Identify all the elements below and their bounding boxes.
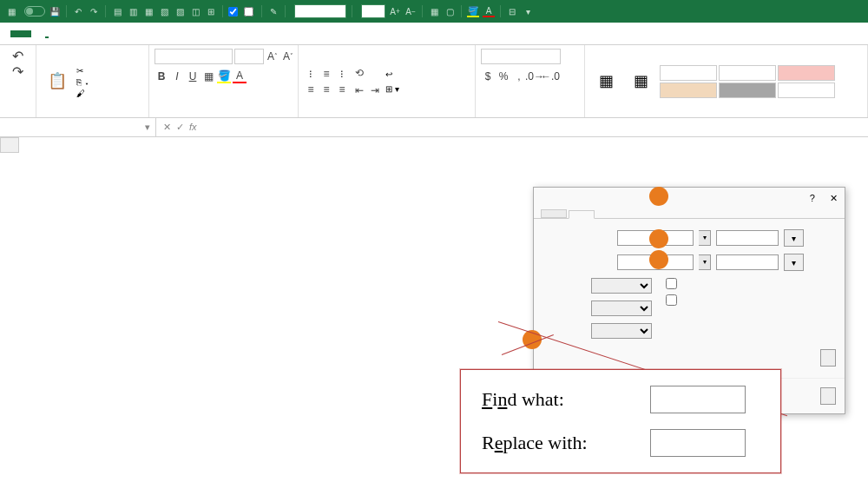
wrap-text-button[interactable]: ↩	[385, 69, 399, 79]
cell-styles-gallery[interactable]	[660, 65, 835, 98]
italic-icon[interactable]: I	[170, 69, 184, 83]
tab-formulas[interactable]	[115, 30, 118, 37]
increase-indent-icon[interactable]: ⇥	[368, 83, 382, 97]
cancel-icon[interactable]: ✕	[163, 122, 171, 133]
borders-icon[interactable]: ▦	[201, 69, 215, 83]
style-check-cell[interactable]	[719, 83, 776, 98]
percent-icon[interactable]: %	[496, 69, 510, 83]
qa-icon[interactable]: ▨	[174, 5, 186, 17]
formula-input[interactable]	[204, 118, 868, 136]
qa-icon[interactable]: ▤	[111, 5, 123, 17]
align-center-icon[interactable]: ≡	[319, 83, 333, 96]
match-case-checkbox[interactable]	[666, 278, 681, 289]
replace-format-button[interactable]: ▾	[784, 254, 804, 271]
options-button[interactable]	[820, 349, 836, 367]
tab-replace[interactable]	[569, 210, 595, 219]
increase-font-icon[interactable]: A+	[389, 5, 401, 17]
decrease-font-icon[interactable]: A−	[404, 5, 417, 17]
tab-professor-excel[interactable]	[201, 30, 205, 37]
formula-bar: ▾ ✕ ✓ fx	[0, 118, 868, 137]
font-color-icon[interactable]: A	[233, 69, 247, 83]
number-format-select[interactable]	[481, 49, 561, 64]
qa-icon[interactable]: ▥	[127, 5, 139, 17]
tab-review[interactable]	[149, 30, 153, 37]
tab-data[interactable]	[132, 30, 135, 37]
name-box[interactable]: ▾	[0, 118, 156, 136]
find-format-button[interactable]: ▾	[784, 229, 804, 247]
borders-icon[interactable]: ▢	[444, 5, 456, 17]
save-icon[interactable]: 💾	[49, 5, 61, 17]
spreadsheet-grid[interactable]	[0, 137, 868, 153]
redo-icon[interactable]: ↷	[88, 5, 100, 17]
conditional-formatting-button[interactable]: ▦	[590, 67, 621, 96]
font-name-input[interactable]	[294, 4, 346, 18]
enter-icon[interactable]: ✓	[176, 122, 184, 133]
bold-icon[interactable]: B	[155, 69, 168, 83]
tab-home[interactable]	[45, 30, 49, 38]
paste-button[interactable]: 📋	[42, 67, 73, 96]
style-explanatory[interactable]	[778, 83, 835, 98]
replace-history-dropdown[interactable]: ▾	[699, 254, 711, 270]
align-middle-icon[interactable]: ≡	[319, 67, 333, 81]
fill-color-icon[interactable]: 🪣	[217, 69, 231, 83]
merge-center-button[interactable]: ⊞ ▾	[385, 84, 399, 94]
align-left-icon[interactable]: ≡	[304, 83, 318, 96]
match-entire-checkbox[interactable]	[666, 294, 681, 306]
manual-checkbox[interactable]	[244, 7, 253, 17]
qa-icon[interactable]: ⊞	[205, 5, 217, 17]
qa-icon[interactable]: ◫	[189, 5, 201, 17]
undo-icon[interactable]: ↶	[11, 49, 25, 63]
autosave-toggle[interactable]	[21, 6, 45, 17]
style-calculation[interactable]	[660, 83, 717, 98]
currency-icon[interactable]: $	[481, 69, 495, 83]
align-right-icon[interactable]: ≡	[335, 83, 349, 96]
close-icon[interactable]: ✕	[830, 193, 838, 203]
decrease-font-icon[interactable]: A˅	[281, 50, 295, 63]
increase-decimal-icon[interactable]: .0→	[528, 69, 542, 83]
style-bad[interactable]	[778, 65, 835, 81]
tab-page-layout[interactable]	[97, 30, 101, 37]
find-history-dropdown[interactable]: ▾	[699, 230, 711, 246]
qa-dropdown-icon[interactable]: ▾	[522, 5, 534, 17]
qa-icon[interactable]: ✎	[267, 5, 279, 17]
tab-insert[interactable]	[62, 30, 66, 37]
font-size-select[interactable]	[234, 49, 264, 64]
increase-font-icon[interactable]: A˄	[266, 50, 279, 63]
search-select[interactable]	[591, 301, 652, 316]
comma-icon[interactable]: ,	[512, 69, 526, 83]
redo-icon[interactable]: ↷	[11, 64, 25, 78]
tab-find[interactable]	[541, 209, 567, 218]
within-select[interactable]	[591, 278, 652, 294]
format-painter-button[interactable]: 🖌	[76, 89, 89, 98]
font-name-select[interactable]	[155, 49, 233, 64]
qa-icon[interactable]: ▧	[158, 5, 170, 17]
qa-icon[interactable]: ⊟	[506, 5, 518, 17]
automatic-checkbox[interactable]	[228, 7, 238, 17]
undo-icon[interactable]: ↶	[72, 5, 84, 17]
tab-draw[interactable]	[80, 30, 83, 37]
align-top-icon[interactable]: ⫶	[304, 67, 318, 81]
decrease-indent-icon[interactable]: ⇤	[352, 83, 366, 97]
align-bottom-icon[interactable]: ⫶	[335, 67, 349, 81]
style-normal[interactable]	[719, 65, 776, 81]
underline-icon[interactable]: U	[186, 69, 200, 83]
orientation-icon[interactable]: ⟲	[352, 66, 366, 80]
font-color-icon[interactable]: A	[483, 5, 495, 17]
style-normal2[interactable]	[660, 65, 717, 81]
tab-help[interactable]	[184, 30, 187, 37]
select-all-corner[interactable]	[0, 137, 19, 153]
tab-file[interactable]	[10, 30, 31, 37]
borders-icon[interactable]: ▦	[428, 5, 440, 17]
lookin-select[interactable]	[591, 323, 652, 339]
qa-icon[interactable]: ▦	[142, 5, 155, 17]
tab-view[interactable]	[167, 30, 170, 37]
help-icon[interactable]: ?	[810, 193, 815, 203]
copy-button[interactable]: ⎘ ▾	[76, 77, 89, 87]
font-size-input[interactable]	[361, 4, 385, 18]
decrease-decimal-icon[interactable]: ←.0	[543, 69, 557, 83]
close-button[interactable]	[820, 387, 836, 405]
fill-color-icon[interactable]: 🪣	[467, 5, 479, 17]
fx-icon[interactable]: fx	[189, 122, 197, 133]
cut-button[interactable]: ✂	[76, 66, 89, 76]
format-as-table-button[interactable]: ▦	[625, 67, 656, 96]
